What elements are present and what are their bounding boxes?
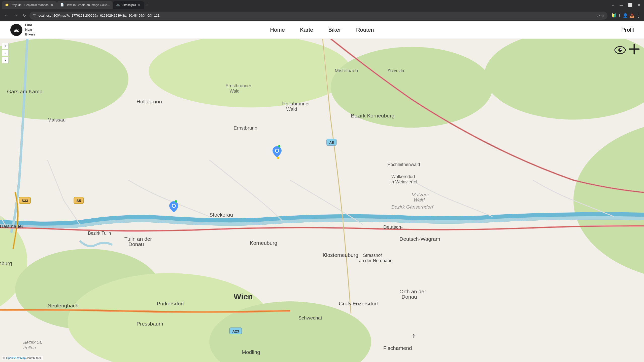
- shield-icon: 🛡: [32, 14, 36, 17]
- svg-text:Strasshof: Strasshof: [363, 253, 382, 258]
- map-background: S33 S5 A1 A5 A23 Gars am Kamp Maissau Ho…: [0, 39, 644, 362]
- svg-text:Hollabrunner: Hollabrunner: [282, 101, 310, 106]
- svg-text:Hochleithenwald: Hochleithenwald: [387, 162, 420, 167]
- tab-close-bikeship[interactable]: ✕: [136, 3, 141, 7]
- attribution-prefix: ©: [3, 356, 6, 359]
- download-icon[interactable]: ⬇: [618, 13, 621, 18]
- attribution-suffix: contributors.: [26, 356, 42, 359]
- nav-biker[interactable]: Biker: [328, 27, 341, 33]
- browser-window: 📁 Projekte - Benjamin Mannas ✕ 📄 How To …: [0, 0, 644, 362]
- brand: 🏍 Find Near Bikers: [10, 23, 35, 37]
- svg-text:Donau: Donau: [401, 294, 417, 300]
- tab-list-button[interactable]: ⌄: [610, 2, 616, 8]
- svg-text:Stockerau: Stockerau: [209, 212, 233, 218]
- new-tab-button[interactable]: +: [144, 2, 151, 9]
- close-button[interactable]: ✕: [636, 2, 642, 8]
- svg-text:Korneuburg: Korneuburg: [250, 240, 277, 246]
- tab-label-how-to: How To Create an Image Galle…: [66, 3, 110, 7]
- tab-bikeship[interactable]: 🚲 BikeshipUi ✕: [113, 1, 144, 9]
- address-input-wrap[interactable]: 🛡 ⇄ ☆: [29, 12, 607, 20]
- marker-dot-yellow: [277, 157, 279, 159]
- svg-text:Wald: Wald: [286, 106, 297, 112]
- svg-text:Maissau: Maissau: [48, 117, 66, 123]
- brand-text: Find Near Bikers: [25, 23, 35, 37]
- minimize-button[interactable]: —: [618, 2, 625, 8]
- svg-text:Schwechat: Schwechat: [298, 315, 322, 320]
- svg-point-91: [620, 49, 622, 50]
- shield-browser-icon[interactable]: 🔰: [612, 13, 617, 18]
- zoom-out-button[interactable]: -: [2, 50, 9, 56]
- svg-text:✈: ✈: [412, 333, 416, 339]
- svg-text:Wolkersdorf: Wolkersdorf: [391, 174, 415, 179]
- svg-text:S33: S33: [22, 199, 28, 203]
- nav-home[interactable]: Home: [270, 27, 285, 33]
- back-button[interactable]: ←: [3, 12, 10, 19]
- tab-close-how-to[interactable]: ✕: [110, 3, 113, 7]
- address-bar: ← → ↻ 🛡 ⇄ ☆ 🔰 ⬇ 👤 📤 ⋮: [0, 10, 644, 21]
- app-navbar: 🏍 Find Near Bikers Home Karte Biker Rout…: [0, 21, 644, 39]
- maximize-button[interactable]: ⬜: [627, 2, 634, 8]
- refresh-button[interactable]: ↻: [21, 12, 27, 19]
- add-route-button[interactable]: [628, 43, 640, 55]
- svg-point-86: [173, 205, 175, 207]
- tab-label-projekte: Projekte - Benjamin Mannas: [11, 3, 49, 7]
- svg-text:Ernstbrunner: Ernstbrunner: [225, 83, 251, 88]
- map-attribution: © OpenStreetMap contributors.: [2, 356, 43, 360]
- svg-text:Neulengbach: Neulengbach: [48, 303, 79, 308]
- svg-text:Donau: Donau: [128, 241, 144, 247]
- svg-text:an der Nordbahn: an der Nordbahn: [359, 258, 392, 263]
- brand-line-1: Find: [25, 23, 35, 27]
- bookmark-icon[interactable]: ☆: [601, 14, 604, 18]
- map-marker-1[interactable]: [169, 201, 178, 213]
- tab-favicon-how-to: 📄: [60, 3, 64, 7]
- nav-routen[interactable]: Routen: [356, 27, 374, 33]
- zoom-in-button[interactable]: +: [2, 43, 9, 49]
- svg-text:Gars am Kamp: Gars am Kamp: [7, 89, 42, 94]
- svg-point-88: [276, 149, 278, 152]
- svg-text:im Weinviertel: im Weinviertel: [389, 179, 417, 184]
- eye-icon-button[interactable]: [614, 44, 626, 56]
- brand-logo: 🏍: [10, 24, 23, 36]
- svg-text:Klosterneuburg: Klosterneuburg: [323, 252, 358, 258]
- tab-bar-right: ⌄ — ⬜ ✕: [610, 2, 642, 8]
- svg-text:Pressbaum: Pressbaum: [137, 321, 163, 327]
- svg-text:Wald: Wald: [229, 89, 240, 94]
- svg-text:Tulln an der: Tulln an der: [124, 236, 152, 242]
- nav-karte[interactable]: Karte: [300, 27, 313, 33]
- svg-text:Herzogenburg: Herzogenburg: [0, 260, 12, 266]
- brand-line-2: Near: [25, 27, 35, 32]
- svg-text:A5: A5: [329, 141, 334, 145]
- svg-text:Mödling: Mödling: [242, 349, 260, 355]
- translate-icon[interactable]: ⇄: [597, 14, 600, 18]
- profile-icon[interactable]: 👤: [623, 13, 628, 18]
- openstreetmap-link[interactable]: OpenStreetMap: [6, 356, 26, 359]
- svg-text:Hollabrunn: Hollabrunn: [137, 99, 162, 104]
- map-controls: + - ›: [2, 43, 9, 63]
- svg-text:Wald: Wald: [414, 197, 425, 203]
- forward-button[interactable]: →: [12, 12, 19, 19]
- tab-close-projekte[interactable]: ✕: [49, 3, 54, 7]
- tab-favicon-projekte: 📁: [5, 3, 9, 7]
- map-container[interactable]: S33 S5 A1 A5 A23 Gars am Kamp Maissau Ho…: [0, 39, 644, 362]
- tab-projekte[interactable]: 📁 Projekte - Benjamin Mannas ✕: [2, 1, 57, 9]
- url-input[interactable]: [38, 14, 595, 17]
- expand-button[interactable]: ›: [2, 57, 9, 63]
- svg-text:S5: S5: [77, 199, 81, 203]
- svg-text:Bezirk Gänserndorf: Bezirk Gänserndorf: [391, 204, 434, 210]
- svg-text:Polten: Polten: [23, 345, 36, 350]
- svg-text:Orth an der: Orth an der: [399, 289, 426, 294]
- svg-text:A23: A23: [232, 329, 239, 333]
- nav-profil[interactable]: Profil: [621, 27, 634, 33]
- svg-text:Matzner: Matzner: [412, 192, 429, 197]
- extensions-icon[interactable]: 📤: [629, 13, 634, 18]
- marker-dot-1: [175, 200, 177, 203]
- svg-text:Ernstbrunn: Ernstbrunn: [234, 125, 257, 131]
- marker-dot-2: [278, 145, 280, 147]
- map-marker-2[interactable]: [273, 146, 282, 158]
- main-nav: Home Karte Biker Routen: [270, 27, 374, 33]
- tab-how-to[interactable]: 📄 How To Create an Image Galle… ✕: [57, 1, 113, 9]
- menu-icon[interactable]: ⋮: [636, 13, 641, 19]
- tab-label-bikeship: BikeshipUi: [122, 3, 136, 7]
- address-right-icons: ⇄ ☆: [597, 14, 604, 18]
- tab-bar: 📁 Projekte - Benjamin Mannas ✕ 📄 How To …: [0, 0, 644, 10]
